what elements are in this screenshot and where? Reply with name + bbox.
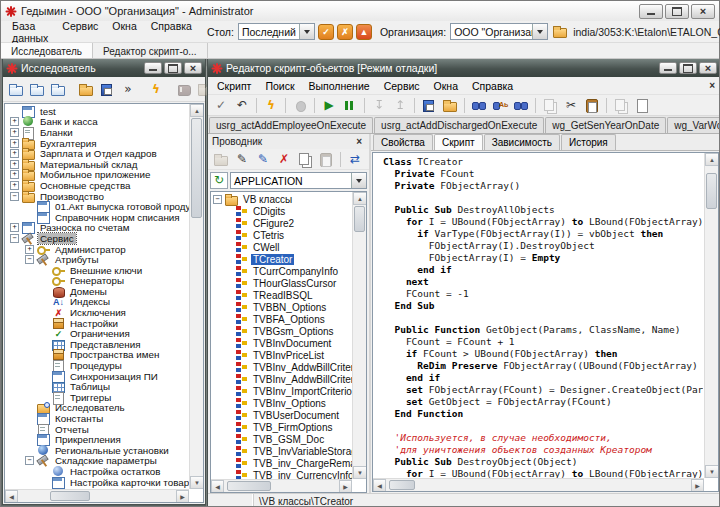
expand-toggle[interactable]: + — [10, 223, 19, 232]
class-item[interactable]: TVB_FirmOptions — [213, 421, 352, 433]
class-item[interactable]: TCurrCompanyInfo — [213, 265, 352, 277]
expand-toggle[interactable]: + — [25, 245, 34, 254]
class-item[interactable]: TVB_inv_ChargeRemains — [213, 457, 352, 469]
open-folder-icon[interactable] — [553, 25, 567, 38]
editor-titlebar[interactable]: Редактор скрипт-объектов [Режим отладки] — [208, 59, 719, 77]
class-item[interactable]: TVBFA_Options — [213, 313, 352, 325]
tree-item[interactable]: Отчеты — [7, 424, 189, 435]
new-folder-icon[interactable] — [6, 80, 26, 99]
tree-item[interactable]: Настройка карточки товара — [7, 477, 189, 488]
minimize-icon[interactable] — [144, 62, 162, 74]
vertical-scrollbar[interactable]: ▲ ▼ — [704, 153, 718, 478]
tree-item[interactable]: Синхронизация ПИ — [7, 371, 189, 382]
tree-item[interactable]: ✗Исключения — [7, 307, 189, 318]
edit-page-icon[interactable]: ✎ — [232, 150, 252, 169]
document-tab[interactable]: Свойства — [373, 134, 433, 150]
expand-toggle[interactable]: + — [10, 139, 19, 148]
menu-close-icon[interactable]: × — [706, 80, 718, 91]
maximize-icon[interactable] — [665, 4, 689, 19]
undo-icon[interactable]: ↶ — [232, 96, 252, 115]
class-item[interactable]: TCreator — [213, 253, 352, 265]
tree-item[interactable]: Внешние ключи — [7, 265, 189, 276]
class-item[interactable]: TVB_inv_CurrencyInfo — [213, 469, 352, 479]
editor-menu-item-Сервис[interactable]: Сервис — [377, 79, 427, 93]
expand-toggle[interactable]: − — [10, 192, 19, 201]
tree-item[interactable]: Прикрепления — [7, 434, 189, 445]
tree-item[interactable]: +Материальный склад — [7, 159, 189, 170]
class-item[interactable]: TVB_InvVariableStorage — [213, 445, 352, 457]
close-icon[interactable]: × — [353, 136, 365, 147]
class-tree-root[interactable]: −VB классы — [213, 193, 352, 205]
class-item[interactable]: TVBInv_AddwBillCriterion — [213, 361, 352, 373]
new-page-icon[interactable] — [632, 96, 652, 115]
expand-toggle[interactable]: − — [10, 234, 19, 243]
pause-icon[interactable] — [340, 96, 360, 115]
menu-item-Окна[interactable]: Окна — [105, 18, 143, 46]
code-editor[interactable]: Class TCreator Private FCount Private FO… — [372, 152, 719, 492]
expand-toggle[interactable]: − — [213, 195, 222, 204]
horizontal-scrollbar[interactable]: ◀ ▶ — [5, 489, 189, 502]
syntax-check-icon[interactable]: ✓ — [211, 96, 231, 115]
class-item[interactable]: CFigure2 — [213, 217, 352, 229]
save-icon[interactable] — [419, 96, 439, 115]
delete-icon[interactable]: ✗ — [274, 150, 294, 169]
window-tab[interactable]: Редактор скрипт-о... — [93, 43, 208, 58]
vertical-scrollbar[interactable]: ▲ ▼ — [189, 104, 203, 489]
tree-item[interactable]: +Разноска по счетам — [7, 223, 189, 234]
chevron-down-icon[interactable] — [299, 24, 314, 39]
vertical-scrollbar[interactable]: ▲ ▼ — [352, 192, 366, 479]
class-item[interactable]: CTetris — [213, 229, 352, 241]
class-item[interactable]: TReadIBSQL — [213, 289, 352, 301]
expand-toggle[interactable]: + — [10, 128, 19, 137]
class-item[interactable]: THourGlassCursor — [213, 277, 352, 289]
class-item[interactable]: TVBUserDocument — [213, 409, 352, 421]
desk-combobox[interactable]: Последний — [238, 23, 315, 40]
tree-item[interactable]: Домены — [7, 286, 189, 297]
tree-item[interactable]: −Атрибуты — [7, 254, 189, 265]
class-item[interactable]: TVB_GSM_Doc — [213, 433, 352, 445]
tree-item[interactable]: +Основные средства — [7, 180, 189, 191]
window-tab[interactable]: Исследователь — [1, 43, 93, 58]
delete-folder-icon[interactable] — [48, 80, 68, 99]
menu-item-Справка[interactable]: Справка — [144, 18, 199, 46]
document-tab[interactable]: Зависимость — [484, 134, 560, 150]
tree-item[interactable]: Настройка остатков — [7, 466, 189, 477]
restore-icon[interactable] — [164, 62, 182, 74]
class-item[interactable]: TVBInvPriceList — [213, 349, 352, 361]
class-item[interactable]: TVBInv_ImportCriterion — [213, 385, 352, 397]
editor-menu-item-Справка[interactable]: Справка — [465, 79, 520, 93]
minimize-icon[interactable] — [659, 62, 677, 74]
editor-menu-item-Поиск[interactable]: Поиск — [258, 79, 301, 93]
editor-menu-item-Выполнение[interactable]: Выполнение — [302, 79, 377, 93]
tree-item[interactable]: +Администратор — [7, 244, 189, 255]
restore-icon[interactable] — [679, 62, 697, 74]
close-icon[interactable] — [184, 62, 202, 74]
tree-item[interactable]: test — [7, 106, 189, 117]
tree-item[interactable]: −Сервис — [7, 233, 189, 244]
disconnect-button[interactable]: ▲ — [356, 24, 372, 40]
class-item[interactable]: TVBInvDocument — [213, 337, 352, 349]
tree-item[interactable]: +Банк и касса — [7, 117, 189, 128]
tree-item[interactable]: Триггеры — [7, 392, 189, 403]
apply-button[interactable]: ✓ — [318, 24, 334, 40]
close-icon[interactable] — [699, 62, 717, 74]
class-item[interactable]: TVBInv_Options — [213, 397, 352, 409]
tree-item[interactable]: +Мобильное приложение — [7, 170, 189, 181]
explorer-titlebar[interactable]: Исследователь — [3, 59, 205, 77]
new-page-icon[interactable]: ✎ — [253, 150, 273, 169]
paste-icon[interactable] — [582, 96, 602, 115]
lightning-icon[interactable]: ϟ — [146, 80, 166, 99]
expand-toggle[interactable]: + — [10, 149, 19, 158]
expand-toggle[interactable]: − — [25, 456, 34, 465]
cancel-button[interactable]: ✗ — [337, 24, 353, 40]
tree-item[interactable]: Пространства имен — [7, 350, 189, 361]
tree-item[interactable]: Генераторы — [7, 276, 189, 287]
overflow-chevron-icon[interactable]: » — [118, 80, 138, 99]
script-tab[interactable]: usrg_actAddDischargedOnExecute — [374, 117, 544, 133]
document-tab[interactable]: История — [561, 134, 616, 150]
tree-item[interactable]: Константы — [7, 413, 189, 424]
expand-toggle[interactable]: + — [10, 160, 19, 169]
class-item[interactable]: TVBInv_AddwBillCriterionMat — [213, 373, 352, 385]
tree-item[interactable]: +Бланки — [7, 127, 189, 138]
tree-item[interactable]: Справочник норм списания — [7, 212, 189, 223]
